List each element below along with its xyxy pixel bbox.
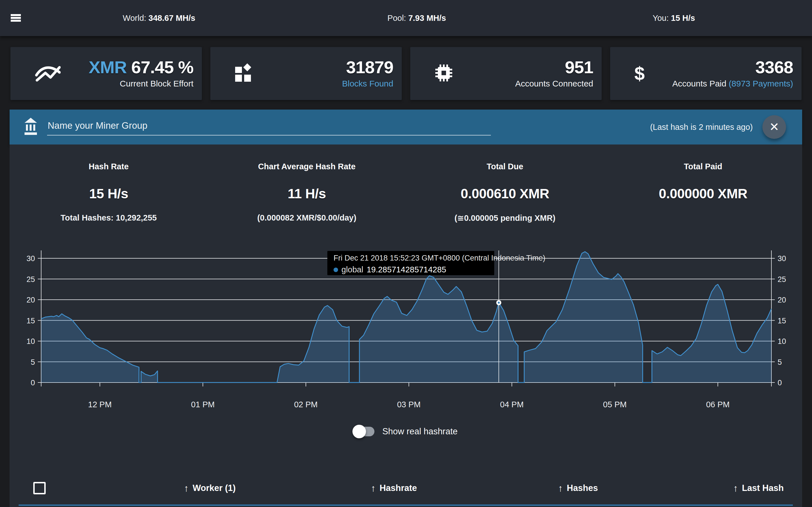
tooltip-timestamp: Fri Dec 21 2018 15:52:23 GMT+0800 (Centr… bbox=[334, 254, 494, 263]
pool-hashrate: Pool: 7.93 MH/s bbox=[388, 0, 446, 36]
hashrate-chart[interactable]: 00551010151520202525303012 PM01 PM02 PM0… bbox=[10, 145, 802, 426]
svg-text:04 PM: 04 PM bbox=[500, 400, 524, 409]
bank-icon bbox=[23, 118, 39, 136]
toggle-knob bbox=[352, 425, 366, 438]
close-icon: ✕ bbox=[769, 115, 779, 139]
miner-panel: Hash Rate 15 H/s Total Hashes: 10,292,25… bbox=[10, 145, 802, 507]
chart-line-icon bbox=[35, 64, 61, 83]
column-header-last-hash[interactable]: ↑ Last Hash bbox=[733, 482, 783, 494]
workers-table-header: ↑ Worker (1) ↑ Hashrate ↑ Hashes ↑ Last … bbox=[10, 482, 802, 494]
svg-text:25: 25 bbox=[777, 275, 786, 284]
svg-text:05 PM: 05 PM bbox=[603, 400, 627, 409]
tooltip-series-name: global bbox=[342, 265, 363, 274]
sort-arrow-icon: ↑ bbox=[733, 483, 738, 493]
sort-arrow-icon: ↑ bbox=[371, 483, 375, 493]
world-label: World: bbox=[123, 13, 146, 23]
microchip-icon bbox=[435, 64, 453, 83]
column-header-hashrate[interactable]: ↑ Hashrate bbox=[371, 482, 417, 494]
card-accounts-paid: $ 3368 Accounts Paid (8973 Payments) bbox=[610, 47, 802, 100]
top-bar: World: 348.67 MH/s Pool: 7.93 MH/s You: … bbox=[0, 0, 812, 36]
svg-text:30: 30 bbox=[777, 255, 786, 263]
svg-text:06 PM: 06 PM bbox=[706, 400, 730, 409]
hashrate-toggle-row: Show real hashrate bbox=[10, 425, 802, 438]
column-header-worker[interactable]: ↑ Worker (1) bbox=[184, 482, 236, 494]
card-blocks-found: 31879 Blocks Found bbox=[210, 47, 402, 100]
you-value: 15 H/s bbox=[671, 13, 695, 23]
block-effort-value: XMR 67.45 % bbox=[89, 59, 193, 76]
blocks-found-value: 31879 bbox=[346, 59, 393, 76]
svg-text:03 PM: 03 PM bbox=[397, 400, 421, 409]
close-button[interactable]: ✕ bbox=[762, 115, 786, 139]
world-hashrate: World: 348.67 MH/s bbox=[123, 0, 195, 36]
table-header-underline bbox=[18, 504, 793, 506]
svg-text:0: 0 bbox=[31, 379, 35, 387]
svg-text:01 PM: 01 PM bbox=[191, 400, 215, 409]
svg-text:30: 30 bbox=[27, 255, 35, 263]
svg-text:5: 5 bbox=[31, 358, 35, 367]
column-header-hashes[interactable]: ↑ Hashes bbox=[558, 482, 598, 494]
sort-arrow-icon: ↑ bbox=[184, 483, 189, 493]
block-effort-label: Current Block Effort bbox=[120, 79, 193, 89]
svg-text:20: 20 bbox=[777, 296, 786, 304]
accounts-connected-value: 951 bbox=[565, 59, 593, 76]
blocks-icon bbox=[235, 63, 252, 83]
pool-label: Pool: bbox=[388, 13, 406, 23]
svg-text:12 PM: 12 PM bbox=[88, 400, 112, 409]
miner-group-banner: (Last hash is 2 minutes ago) ✕ bbox=[10, 110, 802, 145]
tooltip-value: 19.285714285714285 bbox=[366, 265, 446, 274]
svg-text:15: 15 bbox=[777, 317, 786, 325]
svg-text:20: 20 bbox=[27, 296, 35, 304]
accounts-paid-label: Accounts Paid (8973 Payments) bbox=[672, 79, 793, 89]
chart-tooltip: Fri Dec 21 2018 15:52:23 GMT+0800 (Centr… bbox=[327, 251, 494, 275]
svg-text:02 PM: 02 PM bbox=[294, 400, 318, 409]
series-dot-icon bbox=[334, 268, 338, 272]
your-hashrate: You: 15 H/s bbox=[653, 0, 695, 36]
pool-value: 7.93 MH/s bbox=[408, 13, 446, 23]
svg-text:15: 15 bbox=[27, 317, 35, 325]
svg-text:10: 10 bbox=[777, 337, 786, 346]
stat-cards: XMR 67.45 % Current Block Effort 31879 B… bbox=[0, 47, 812, 100]
svg-text:0: 0 bbox=[777, 379, 782, 387]
last-hash-status: (Last hash is 2 minutes ago) bbox=[650, 122, 753, 132]
card-block-effort: XMR 67.45 % Current Block Effort bbox=[10, 47, 202, 100]
miner-group-name-input[interactable] bbox=[47, 119, 491, 135]
mining-pool-dashboard: { "palette":{"accent_blue":"#52a5dc","ba… bbox=[0, 0, 812, 507]
svg-text:25: 25 bbox=[27, 275, 35, 284]
card-accounts-connected: 951 Accounts Connected bbox=[410, 47, 602, 100]
show-real-hashrate-toggle[interactable] bbox=[354, 425, 374, 438]
sort-arrow-icon: ↑ bbox=[558, 483, 563, 493]
menu-icon[interactable] bbox=[11, 14, 21, 22]
you-label: You: bbox=[653, 13, 669, 23]
accounts-paid-value: 3368 bbox=[755, 59, 793, 76]
svg-text:5: 5 bbox=[777, 358, 782, 367]
accounts-connected-label: Accounts Connected bbox=[515, 79, 593, 89]
select-all-checkbox[interactable] bbox=[33, 482, 46, 494]
dollar-icon: $ bbox=[635, 64, 645, 83]
toggle-label: Show real hashrate bbox=[382, 427, 458, 437]
world-value: 348.67 MH/s bbox=[149, 13, 195, 23]
blocks-found-link[interactable]: Blocks Found bbox=[342, 79, 393, 89]
payments-link[interactable]: (8973 Payments) bbox=[729, 79, 793, 88]
svg-text:10: 10 bbox=[27, 337, 35, 346]
